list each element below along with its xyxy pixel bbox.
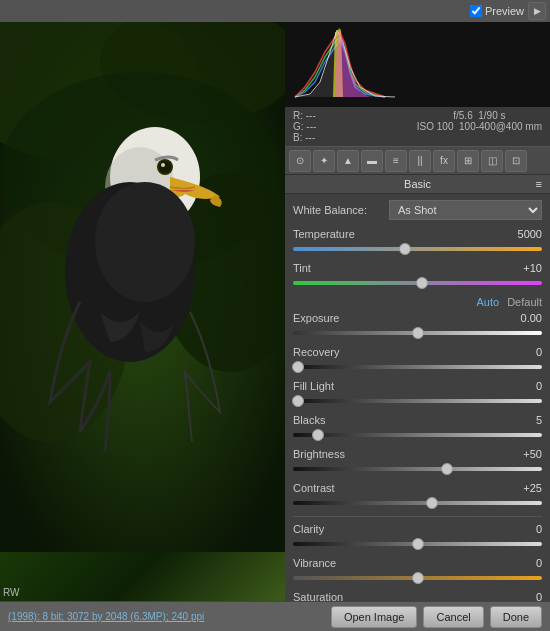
saturation-value: 0 xyxy=(507,591,542,601)
wb-select[interactable]: As Shot Auto Daylight Cloudy Shade Tungs… xyxy=(389,200,542,220)
slider-temperature: Temperature 5000 xyxy=(293,228,542,256)
slider-brightness: Brightness +50 xyxy=(293,448,542,476)
brightness-value: +50 xyxy=(507,448,542,460)
divider-1 xyxy=(293,516,542,517)
tint-value: +10 xyxy=(507,262,542,274)
vibrance-value: 0 xyxy=(507,557,542,569)
blacks-label: Blacks xyxy=(293,414,325,426)
slider-blacks: Blacks 5 xyxy=(293,414,542,442)
vibrance-label: Vibrance xyxy=(293,557,336,569)
aperture-shutter: f/5.6 1/90 s xyxy=(453,110,505,121)
contrast-track[interactable] xyxy=(293,496,542,510)
recovery-label: Recovery xyxy=(293,346,339,358)
tint-track[interactable] xyxy=(293,276,542,290)
white-balance-row: White Balance: As Shot Auto Daylight Clo… xyxy=(293,200,542,220)
wb-label: White Balance: xyxy=(293,204,383,216)
controls-panel: White Balance: As Shot Auto Daylight Clo… xyxy=(285,194,550,601)
toolbar: ⊙ ✦ ▲ ▬ ≡ || fx ⊞ ◫ ⊡ xyxy=(285,147,550,175)
tool-camera-calib[interactable]: ⊞ xyxy=(457,150,479,172)
tool-crop[interactable]: ⊙ xyxy=(289,150,311,172)
vibrance-track[interactable] xyxy=(293,571,542,585)
clarity-value: 0 xyxy=(507,523,542,535)
exposure-value: 0.00 xyxy=(507,312,542,324)
recovery-value: 0 xyxy=(507,346,542,358)
tool-gradient[interactable]: ▲ xyxy=(337,150,359,172)
section-header: Basic ≡ xyxy=(285,175,550,194)
slider-vibrance: Vibrance 0 xyxy=(293,557,542,585)
tool-detail[interactable]: ≡ xyxy=(385,150,407,172)
auto-link[interactable]: Auto xyxy=(477,296,500,308)
slider-exposure: Exposure 0.00 xyxy=(293,312,542,340)
fill-light-value: 0 xyxy=(507,380,542,392)
clarity-track[interactable] xyxy=(293,537,542,551)
bottom-bar: (1998): 8 bit; 3072 by 2048 (6.3MP); 240… xyxy=(0,601,550,631)
slider-saturation: Saturation 0 xyxy=(293,591,542,601)
top-bar: Preview ▶ xyxy=(0,0,550,22)
contrast-label: Contrast xyxy=(293,482,335,494)
iso-focal: ISO 100 100-400@400 mm xyxy=(417,121,542,132)
temperature-label: Temperature xyxy=(293,228,355,240)
slider-contrast: Contrast +25 xyxy=(293,482,542,510)
tool-snapshot[interactable]: ⊡ xyxy=(505,150,527,172)
brightness-track[interactable] xyxy=(293,462,542,476)
auto-default-row: Auto Default xyxy=(293,296,542,308)
preview-check[interactable] xyxy=(470,5,482,17)
r-label: R: --- xyxy=(293,110,316,121)
eagle-image xyxy=(0,22,285,601)
blacks-track[interactable] xyxy=(293,428,542,442)
open-image-button[interactable]: Open Image xyxy=(331,606,418,628)
saturation-label: Saturation xyxy=(293,591,343,601)
fill-light-label: Fill Light xyxy=(293,380,334,392)
eagle-svg xyxy=(0,22,285,552)
forward-button[interactable]: ▶ xyxy=(528,2,546,20)
tool-heal[interactable]: ✦ xyxy=(313,150,335,172)
rw-label: RW xyxy=(3,587,19,598)
histogram-svg xyxy=(285,22,550,107)
aperture-info: f/5.6 1/90 s ISO 100 100-400@400 mm xyxy=(417,110,542,143)
tool-adjustment[interactable]: ▬ xyxy=(361,150,383,172)
blacks-value: 5 xyxy=(507,414,542,426)
tool-presets[interactable]: ◫ xyxy=(481,150,503,172)
slider-tint: Tint +10 xyxy=(293,262,542,290)
b-label: B: --- xyxy=(293,132,316,143)
svg-point-10 xyxy=(161,163,165,167)
slider-clarity: Clarity 0 xyxy=(293,523,542,551)
g-label: G: --- xyxy=(293,121,316,132)
image-panel: RW xyxy=(0,22,285,601)
slider-recovery: Recovery 0 xyxy=(293,346,542,374)
default-link[interactable]: Default xyxy=(507,296,542,308)
temperature-value: 5000 xyxy=(507,228,542,240)
section-label: Basic xyxy=(404,178,431,190)
svg-point-12 xyxy=(95,182,195,302)
tint-label: Tint xyxy=(293,262,311,274)
rgb-values: R: --- G: --- B: --- xyxy=(293,110,316,143)
svg-point-9 xyxy=(159,161,171,173)
temperature-track[interactable] xyxy=(293,242,542,256)
clarity-label: Clarity xyxy=(293,523,324,535)
tool-fx[interactable]: fx xyxy=(433,150,455,172)
brightness-label: Brightness xyxy=(293,448,345,460)
tool-hsl[interactable]: || xyxy=(409,150,431,172)
exposure-track[interactable] xyxy=(293,326,542,340)
file-info[interactable]: (1998): 8 bit; 3072 by 2048 (6.3MP); 240… xyxy=(8,611,325,622)
fill-light-track[interactable] xyxy=(293,394,542,408)
histogram-area xyxy=(285,22,550,107)
contrast-value: +25 xyxy=(507,482,542,494)
recovery-track[interactable] xyxy=(293,360,542,374)
exposure-label: Exposure xyxy=(293,312,339,324)
preview-checkbox[interactable]: Preview xyxy=(470,5,524,17)
right-panel: R: --- G: --- B: --- f/5.6 1/90 s ISO 10… xyxy=(285,22,550,601)
main-row: RW R: -- xyxy=(0,22,550,601)
preview-label: Preview xyxy=(485,5,524,17)
camera-info: R: --- G: --- B: --- f/5.6 1/90 s ISO 10… xyxy=(285,107,550,147)
done-button[interactable]: Done xyxy=(490,606,542,628)
section-menu-icon: ≡ xyxy=(536,178,542,190)
slider-fill-light: Fill Light 0 xyxy=(293,380,542,408)
cancel-button[interactable]: Cancel xyxy=(423,606,483,628)
